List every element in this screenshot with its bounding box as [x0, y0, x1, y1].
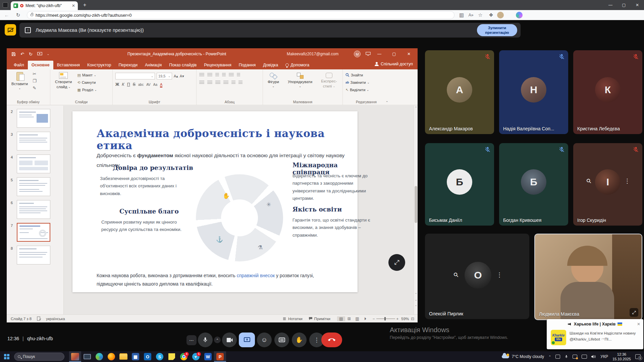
- thumbnail-slide-4[interactable]: 4: [7, 155, 64, 174]
- maximize-button[interactable]: ▢: [617, 0, 631, 10]
- comments-button[interactable]: Примітки: [309, 317, 330, 321]
- taskbar-app-word[interactable]: W: [202, 351, 214, 362]
- volume-icon[interactable]: [591, 355, 596, 359]
- zoom-level[interactable]: 59%: [401, 317, 409, 321]
- tab-insert[interactable]: Вставлення: [53, 61, 84, 69]
- fullscreen-presentation-button[interactable]: ⤢: [388, 254, 405, 271]
- taskbar-app-sticky-notes[interactable]: [166, 351, 178, 362]
- copy-icon[interactable]: ❐: [33, 78, 37, 83]
- notes-button[interactable]: Нотатки: [282, 317, 302, 321]
- tab-transitions[interactable]: Переходи: [115, 61, 141, 69]
- slideshow-view-button[interactable]: ⏵: [361, 316, 369, 321]
- taskbar-app-firefox[interactable]: [105, 351, 117, 362]
- taskbar-app-edge[interactable]: [93, 351, 105, 362]
- new-tab-button[interactable]: +: [83, 2, 86, 8]
- qat-customize-icon[interactable]: ⌄: [47, 52, 50, 56]
- italic-button[interactable]: К: [122, 82, 124, 87]
- tray-expand-icon[interactable]: ⌃: [548, 355, 551, 359]
- fit-to-window-icon[interactable]: ⊡: [411, 316, 414, 321]
- zoom-slider[interactable]: [376, 318, 395, 319]
- favorites-icon[interactable]: ☆: [476, 10, 485, 20]
- tab-home[interactable]: Основне: [28, 61, 53, 69]
- zoom-in-button[interactable]: +: [396, 317, 399, 321]
- start-button[interactable]: [4, 354, 9, 359]
- tile-options-icon[interactable]: ⋮: [496, 271, 502, 279]
- increase-indent-icon[interactable]: [222, 73, 226, 77]
- taskbar-clock[interactable]: 12:36 15.10.2025: [612, 352, 631, 362]
- thumbnail-slide-6[interactable]: 6: [7, 200, 64, 220]
- tab-review[interactable]: Рецензування: [200, 61, 235, 69]
- collapse-ribbon-icon[interactable]: ⌃: [386, 101, 388, 104]
- taskbar-app-powerpoint[interactable]: P: [214, 351, 226, 362]
- language-indicator[interactable]: українська: [46, 317, 65, 321]
- account-avatar[interactable]: M: [354, 51, 361, 57]
- zoom-out-button[interactable]: −: [373, 317, 375, 321]
- justify-icon[interactable]: [223, 81, 228, 84]
- tab-assist[interactable]: Допомога: [282, 61, 313, 69]
- align-center-icon[interactable]: [207, 81, 212, 84]
- tab-design[interactable]: Конструктор: [84, 61, 115, 69]
- reading-view-button[interactable]: ▥: [353, 316, 361, 321]
- microphone-tray-icon[interactable]: [565, 354, 568, 359]
- taskbar-app-telegram[interactable]: ➤ 5: [190, 351, 202, 362]
- teams-tray-icon[interactable]: [555, 355, 560, 359]
- line-spacing-icon[interactable]: [229, 73, 234, 77]
- taskbar-app-outlook[interactable]: O: [142, 351, 154, 362]
- numbering-icon[interactable]: [207, 73, 212, 77]
- share-button[interactable]: Спільний доступ: [375, 62, 413, 66]
- camera-options-chevron[interactable]: ⌃: [214, 337, 221, 343]
- browser-tab[interactable]: Meet: "qhu-zikh-ufb" ✕: [11, 1, 78, 10]
- shapes-button[interactable]: Фігури ⌄: [266, 72, 281, 88]
- tile-options-icon[interactable]: ⋮: [624, 177, 630, 185]
- thumbnail-slide-8[interactable]: 8: [7, 246, 64, 265]
- quick-styles-button[interactable]: Експрес- стилі⌄: [319, 72, 339, 89]
- ppt-maximize-button[interactable]: ▢: [387, 48, 401, 60]
- char-spacing-icon[interactable]: AV: [146, 83, 151, 86]
- presentation-hidden-indicator[interactable]: [5, 24, 16, 36]
- scrollbar-thumb[interactable]: [415, 186, 417, 223]
- stop-sharing-screen-button[interactable]: [239, 333, 255, 347]
- redo-icon[interactable]: ↻: [29, 52, 33, 57]
- split-screen-icon[interactable]: ▥: [457, 10, 466, 20]
- slideshow-icon[interactable]: [37, 52, 42, 56]
- taskbar-search[interactable]: Пошук: [14, 353, 64, 361]
- captions-button[interactable]: [274, 333, 289, 347]
- thumbnail-slide-5[interactable]: 5: [7, 177, 64, 197]
- url-bar[interactable]: https://meet.google.com/qhu-zikh-ufb?aut…: [27, 11, 454, 19]
- bullets-icon[interactable]: [199, 73, 204, 77]
- next-slide-icon[interactable]: ⌄: [414, 297, 418, 302]
- network-icon[interactable]: [582, 355, 587, 359]
- ppt-close-button[interactable]: ✕: [402, 48, 416, 60]
- font-name-combo[interactable]: ⌄: [115, 73, 155, 79]
- section-button[interactable]: ▦Розділ⌄: [77, 86, 97, 94]
- microphone-button[interactable]: [198, 333, 213, 347]
- participant-tile[interactable]: О ⚲ ⋮ Олексій Пирлик: [425, 234, 529, 319]
- camera-button[interactable]: [222, 333, 237, 347]
- strikethrough-button[interactable]: S: [133, 82, 136, 87]
- close-button[interactable]: ✕: [631, 0, 644, 10]
- bold-button[interactable]: Ж: [115, 82, 119, 87]
- weather-widget[interactable]: 7°C Mostly cloudy: [502, 354, 544, 359]
- extensions-icon[interactable]: ❖: [486, 10, 496, 20]
- new-slide-button[interactable]: Створити слайд⌄: [53, 71, 74, 89]
- ppt-minimize-button[interactable]: —: [373, 48, 386, 60]
- refresh-icon[interactable]: ↻: [13, 10, 23, 20]
- columns-icon[interactable]: [231, 81, 235, 84]
- stop-presentation-button[interactable]: Зупинитипрезентацію: [477, 24, 517, 36]
- replace-button[interactable]: ab Замінити ⌄: [345, 79, 388, 86]
- participant-tile[interactable]: Б Бисьмак Даніїл: [425, 143, 494, 226]
- tab-view[interactable]: Подання: [235, 61, 259, 69]
- snip-tray-icon[interactable]: [573, 355, 577, 359]
- prev-slide-icon[interactable]: ⌃: [414, 292, 418, 297]
- participant-tile[interactable]: А Александр Макаров: [425, 50, 494, 134]
- copilot-icon[interactable]: [516, 12, 523, 18]
- align-right-icon[interactable]: [215, 81, 220, 84]
- clear-formatting-icon[interactable]: abc: [138, 83, 144, 86]
- telegram-notification[interactable]: Харьков life | Харків ✕ Kharkiv life Шах…: [547, 319, 643, 349]
- action-center-icon[interactable]: 1: [635, 354, 641, 359]
- arrange-button[interactable]: Упорядкувати ⌄: [286, 72, 314, 88]
- participant-tile[interactable]: К Кристина Лебедєва: [573, 50, 642, 134]
- back-icon[interactable]: ←: [2, 10, 11, 20]
- expand-tile-icon[interactable]: ⤢: [630, 308, 638, 317]
- undo-icon[interactable]: ↶: [20, 52, 24, 57]
